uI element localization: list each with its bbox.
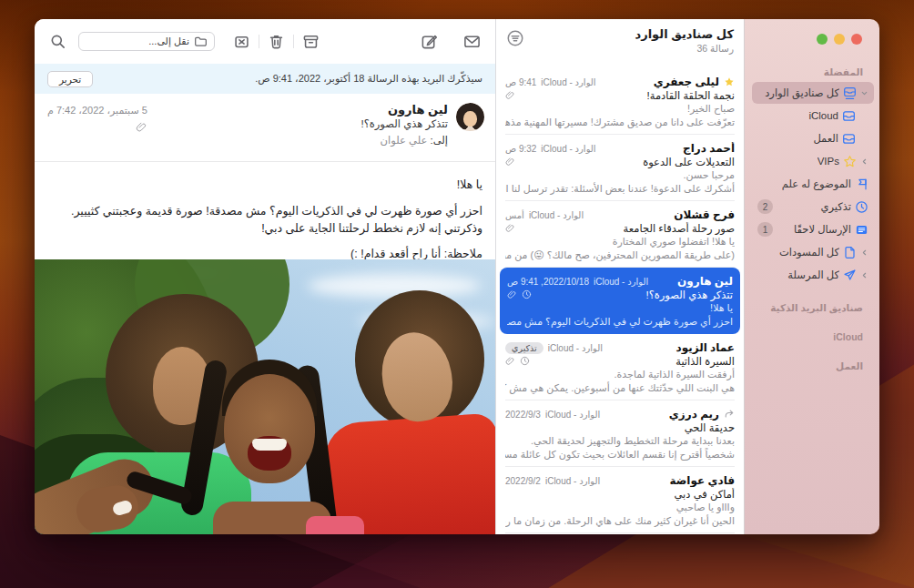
icloud-section-header[interactable]: iCloud <box>745 330 879 344</box>
message-subject: نجمة الحلقة القادمة! <box>520 89 735 102</box>
message-row[interactable]: أحمد دراجالوارد - iCloud9:32 صالتعديلات … <box>496 135 744 201</box>
move-to-label: نقل إلى... <box>148 35 189 47</box>
inbox-icon <box>842 109 856 123</box>
message-row[interactable]: عماد الزيودالوارد - iCloudتذكيريالسيرة ا… <box>496 334 744 400</box>
sidebar-item[interactable]: الموضوع له علم <box>752 173 874 195</box>
mailbox-label: الوارد - iCloud <box>541 144 595 154</box>
reminder-text: سيذكّرك البريد بهذه الرسالة 18 أكتوبر، 2… <box>255 73 482 85</box>
paperclip-icon <box>136 121 147 133</box>
message-row-subject-line: حديقة الحي <box>505 421 735 434</box>
toolbar-separator <box>259 35 259 48</box>
message-subject: حديقة الحي <box>505 421 735 434</box>
message-date: 5 سبتمبر، 2022، 7:42 م <box>47 105 147 117</box>
sender-name: لين هارون <box>361 103 448 117</box>
sidebar-item[interactable]: كل صناديق الوارد <box>752 82 874 104</box>
draft-icon <box>843 246 857 259</box>
sidebar-item[interactable]: العمل <box>752 127 874 149</box>
unread-count-badge: 2 <box>757 199 773 214</box>
search-icon[interactable] <box>49 33 66 50</box>
mailbox-label: الوارد - iCloud <box>529 210 584 220</box>
paperclip-icon <box>507 289 517 299</box>
sidebar-item-label: العمل <box>813 132 838 145</box>
message-sender: فادي عواضة <box>669 474 735 487</box>
message-count: رسالة 36 <box>506 43 734 54</box>
woman-center-pink-top <box>306 516 364 534</box>
cloud <box>308 274 481 298</box>
attached-photo[interactable] <box>35 259 495 534</box>
message-row-subject-line: السيرة الذاتية <box>505 354 735 368</box>
trash-icon[interactable] <box>268 33 285 50</box>
sidebar-item-label: الإرسال لاحقًا <box>794 223 851 236</box>
message-list-header: كل صناديق الوارد رسالة 36 <box>496 19 744 68</box>
remind-me-badge: تذكيري <box>505 342 543 354</box>
message-row-meta-line: لين هارونالوارد - iCloud2022/10/18, 9:41… <box>507 275 733 288</box>
edit-reminder-button[interactable]: تحرير <box>47 71 93 87</box>
message-body: يا هلا! احزر أي صورة ظهرت لي في الذكريات… <box>35 162 495 259</box>
toolbar: نقل إلى... <box>35 19 495 64</box>
body-greeting: يا هلا! <box>47 177 482 194</box>
message-row-meta-line: أحمد دراجالوارد - iCloud9:32 ص <box>505 142 735 155</box>
message-subject: صور رحلة أصدقاء الجامعة <box>520 222 735 235</box>
envelope-icon[interactable] <box>463 33 481 50</box>
desktop-wallpaper: نقل إلى... سيذكّرك البريد بهذه الرسالة 1… <box>0 0 914 588</box>
sent-icon <box>843 269 857 282</box>
flag-icon <box>855 177 868 191</box>
sidebar: المفضلة كل صناديق الواردiCloudالعملVIPsا… <box>745 19 879 534</box>
compose-icon[interactable] <box>421 33 438 50</box>
message-preview: احزر أي صورة ظهرت لي في الذكريات اليوم؟ … <box>507 315 733 329</box>
message-preview: واااو يا صاحبي <box>505 501 735 514</box>
message-row[interactable]: ريم درزيالوارد - iCloud2022/9/3حديقة الح… <box>496 400 744 467</box>
message-row-meta-line: ريم درزيالوارد - iCloud2022/9/3 <box>505 408 735 421</box>
message-preview: يا هلا! اتفضلوا صوري المختارة <box>505 235 735 248</box>
sidebar-item[interactable]: VIPs <box>752 150 874 172</box>
send-later-icon <box>855 223 868 237</box>
sidebar-item[interactable]: كل المرسلة <box>752 264 874 286</box>
message-subject: تتذكر هذي الصورة؟! <box>361 117 448 131</box>
junk-icon[interactable] <box>233 33 250 50</box>
smart-mailboxes-header[interactable]: صناديق البريد الذكية <box>745 301 879 315</box>
chevron-left-icon <box>860 157 868 166</box>
filter-icon[interactable] <box>506 29 524 51</box>
message-row-subject-line: أماكن في دبي <box>505 487 735 501</box>
message-row[interactable]: لين هارونالوارد - iCloud2022/10/18, 9:41… <box>500 268 740 334</box>
sidebar-item[interactable]: كل المسودات <box>752 241 874 263</box>
toolbar-separator <box>293 35 294 48</box>
message-date: 2022/9/2 <box>505 476 541 486</box>
vip-star-icon <box>724 76 735 87</box>
close-button[interactable] <box>851 34 862 45</box>
message-sender: فرح قشلان <box>674 208 735 221</box>
clock-icon <box>855 200 868 214</box>
minimize-button[interactable] <box>834 34 845 45</box>
message-row-meta-line: عماد الزيودالوارد - iCloudتذكيري <box>505 341 735 354</box>
message-list-pane: كل صناديق الوارد رسالة 36 ليلى جعفريالوا… <box>495 19 745 534</box>
message-row-subject-line: التعديلات على الدعوة <box>505 155 735 168</box>
message-preview: تعرّفت على دانا من صديق مشترك! مسيرتها ا… <box>505 116 735 129</box>
mailbox-label: الوارد - iCloud <box>545 476 600 486</box>
message-row-subject-line: تتذكر هذي الصورة؟! <box>507 288 733 301</box>
work-section-header[interactable]: العمل <box>745 360 879 373</box>
message-row[interactable]: فادي عواضةالوارد - iCloud2022/9/2أماكن ف… <box>496 467 744 533</box>
message-row[interactable]: فرح قشلانالوارد - iCloudأمسصور رحلة أصدق… <box>496 201 744 268</box>
paperclip-icon <box>505 356 515 366</box>
sidebar-item[interactable]: iCloud <box>752 105 874 127</box>
sidebar-item[interactable]: الإرسال لاحقًا1 <box>752 218 874 240</box>
favorites-header: المفضلة <box>745 66 879 79</box>
mailbox-title: كل صناديق الوارد <box>506 27 734 41</box>
zoom-button[interactable] <box>817 34 828 45</box>
message-row[interactable]: ليلى جعفريالوارد - iCloud9:41 صنجمة الحل… <box>496 68 744 135</box>
message-list: ليلى جعفريالوارد - iCloud9:41 صنجمة الحل… <box>496 68 744 533</box>
inbox-icon <box>842 132 856 146</box>
star-outline-icon <box>843 155 857 168</box>
recipient-line: إلى: علي علوان <box>361 134 448 147</box>
message-row-subject-line: نجمة الحلقة القادمة! <box>505 88 735 102</box>
woman-center-teeth <box>252 439 287 451</box>
message-date: 2022/9/3 <box>505 410 541 420</box>
message-subject: السيرة الذاتية <box>534 355 735 368</box>
archive-icon[interactable] <box>302 33 320 50</box>
sidebar-item[interactable]: تذكيري2 <box>752 196 874 218</box>
message-subject: أماكن في دبي <box>505 488 735 501</box>
message-row-meta-line: فرح قشلانالوارد - iCloudأمس <box>505 208 735 221</box>
message-header: لين هارون تتذكر هذي الصورة؟! إلى: علي عل… <box>35 94 495 162</box>
move-to-button[interactable]: نقل إلى... <box>78 32 215 51</box>
message-preview: هي البنت اللي حدّثتك عنها من أسبوعين. يم… <box>505 381 735 395</box>
